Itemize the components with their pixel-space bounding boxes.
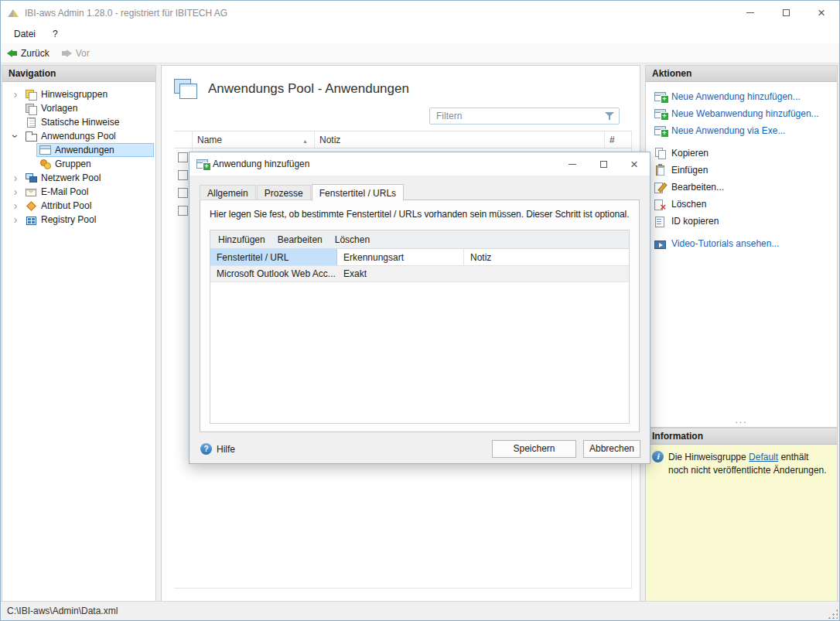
info-icon xyxy=(652,451,664,462)
menu-datei[interactable]: Datei xyxy=(5,26,44,42)
grid-column-fenstertitel[interactable]: Fenstertitel / URL xyxy=(210,249,337,265)
menu-help[interactable]: ? xyxy=(44,26,67,42)
filter-icon[interactable] xyxy=(600,112,619,121)
window-title: IBI-aws Admin 1.28.0 - registriert für I… xyxy=(25,8,227,19)
save-button[interactable]: Speichern xyxy=(492,440,576,458)
grid-toolbar: Hinzufügen Bearbeiten Löschen xyxy=(210,230,629,249)
grid-edit-button[interactable]: Bearbeiten xyxy=(271,232,329,247)
chevron-right-icon[interactable] xyxy=(9,199,22,213)
row-checkbox[interactable] xyxy=(178,170,188,180)
nav-toolbar: Zurück Vor xyxy=(1,43,839,63)
folder-icon xyxy=(25,130,37,142)
templates-icon xyxy=(25,102,37,114)
grid-add-button[interactable]: Hinzufügen xyxy=(212,232,271,247)
maximize-button[interactable] xyxy=(768,1,804,25)
action-kopieren[interactable]: Kopieren xyxy=(646,145,837,162)
chevron-right-icon[interactable] xyxy=(9,171,22,185)
action-einfuegen[interactable]: Einfügen xyxy=(646,162,837,179)
dialog-minimize-button[interactable] xyxy=(557,152,588,176)
information-text: Die Hinweisgruppe Default enthält noch n… xyxy=(668,451,827,477)
add-application-dialog: Anwendung hinzufügen Allgemein Prozesse … xyxy=(189,152,650,464)
maximize-icon xyxy=(600,161,607,168)
app-logo-icon xyxy=(8,9,19,18)
column-header-name[interactable]: Name xyxy=(193,131,315,148)
chevron-right-icon[interactable] xyxy=(9,213,22,227)
navigation-panel: Navigation Hinweisgruppen Vorlagen xyxy=(2,65,156,602)
network-icon xyxy=(25,172,37,184)
chevron-down-icon[interactable] xyxy=(9,129,22,143)
column-header-notiz[interactable]: Notiz xyxy=(315,131,605,148)
action-neue-anwendung[interactable]: Neue Anwendung hinzufügen... xyxy=(646,88,837,105)
action-neue-webanwendung[interactable]: Neue Webanwendung hinzufügen... xyxy=(646,105,837,122)
video-icon xyxy=(654,237,666,250)
chevron-right-icon[interactable] xyxy=(9,185,22,199)
column-header-checkbox[interactable] xyxy=(174,131,193,148)
status-file-path: C:\IBI-aws\Admin\Data.xml xyxy=(7,606,118,616)
grid-delete-button[interactable]: Löschen xyxy=(329,232,376,247)
information-header: Information xyxy=(646,428,837,445)
nav-item-hinweisgruppen[interactable]: Hinweisgruppen xyxy=(2,87,155,101)
close-button[interactable] xyxy=(804,1,839,25)
row-checkbox[interactable] xyxy=(178,206,188,216)
chevron-right-icon[interactable] xyxy=(9,87,22,101)
cancel-button[interactable]: Abbrechen xyxy=(583,440,640,458)
applications-icon xyxy=(39,144,51,156)
dialog-description: Hier legen Sie fest, ob bestimmte Fenste… xyxy=(200,200,639,220)
action-neue-anwendung-via-exe[interactable]: Neue Anwendung via Exe... xyxy=(646,122,837,139)
delete-icon xyxy=(654,198,666,210)
actions-overflow-indicator: ... xyxy=(646,415,837,426)
add-application-icon xyxy=(654,90,666,103)
information-body: Die Hinweisgruppe Default enthält noch n… xyxy=(646,445,837,601)
menu-bar: Datei ? xyxy=(1,25,839,43)
forward-button[interactable]: Vor xyxy=(62,48,90,59)
default-group-link[interactable]: Default xyxy=(749,452,778,462)
back-button[interactable]: Zurück xyxy=(7,48,50,59)
selected-tree-item: Anwendungen xyxy=(36,143,154,157)
action-bearbeiten[interactable]: Bearbeiten... xyxy=(646,179,837,196)
window-controls xyxy=(732,1,839,25)
action-id-kopieren[interactable]: ID kopieren xyxy=(646,213,837,230)
close-icon xyxy=(630,158,638,171)
page-title: Anwendungs Pool - Anwendungen xyxy=(208,81,409,97)
main-header: Anwendungs Pool - Anwendungen xyxy=(162,66,640,103)
edit-icon xyxy=(654,181,666,193)
dialog-close-button[interactable] xyxy=(619,152,650,176)
filter-input[interactable] xyxy=(430,111,600,121)
tab-fenstertitel-urls[interactable]: Fenstertitel / URLs xyxy=(312,184,404,201)
nav-item-email-pool[interactable]: E-Mail Pool xyxy=(2,185,155,199)
row-checkbox[interactable] xyxy=(178,152,188,162)
nav-item-netzwerk-pool[interactable]: Netzwerk Pool xyxy=(2,171,155,185)
action-loeschen[interactable]: Löschen xyxy=(646,196,837,213)
tab-allgemein[interactable]: Allgemein xyxy=(200,185,256,200)
forward-icon xyxy=(62,49,72,57)
grid-column-notiz[interactable]: Notiz xyxy=(464,249,629,265)
help-link[interactable]: Hilfe xyxy=(200,443,235,455)
nav-item-registry-pool[interactable]: Registry Pool xyxy=(2,213,155,227)
nav-item-anwendungen[interactable]: Anwendungen xyxy=(2,143,155,157)
hint-groups-icon xyxy=(25,88,37,101)
minimize-button[interactable] xyxy=(732,1,768,25)
nav-item-vorlagen[interactable]: Vorlagen xyxy=(2,101,155,115)
app-window: IBI-aws Admin 1.28.0 - registriert für I… xyxy=(0,0,840,621)
status-bar: C:\IBI-aws\Admin\Data.xml xyxy=(1,601,839,620)
column-header-number[interactable]: # xyxy=(605,131,632,148)
title-bar[interactable]: IBI-aws Admin 1.28.0 - registriert für I… xyxy=(1,1,839,25)
grid-row[interactable]: Microsoft Outlook Web Acc... Exakt xyxy=(210,266,629,282)
actions-list: Neue Anwendung hinzufügen... Neue Webanw… xyxy=(646,82,837,252)
dialog-title-bar[interactable]: Anwendung hinzufügen xyxy=(190,152,650,176)
nav-item-statische-hinweise[interactable]: Statische Hinweise xyxy=(2,115,155,129)
nav-item-attribut-pool[interactable]: Attribut Pool xyxy=(2,199,155,213)
action-video-tutorials[interactable]: Video-Tutorials ansehen... xyxy=(646,235,837,252)
nav-item-gruppen[interactable]: Gruppen xyxy=(2,157,155,171)
tab-prozesse[interactable]: Prozesse xyxy=(257,185,311,200)
grid-column-erkennungsart[interactable]: Erkennungsart xyxy=(337,249,464,265)
resize-grip-icon[interactable] xyxy=(827,608,838,619)
row-checkbox[interactable] xyxy=(178,188,188,198)
nav-item-anwendungs-pool[interactable]: Anwendungs Pool xyxy=(2,129,155,143)
filter-row xyxy=(162,103,640,131)
dialog-icon xyxy=(196,158,208,170)
dialog-maximize-button[interactable] xyxy=(588,152,619,176)
grid-header: Fenstertitel / URL Erkennungsart Notiz xyxy=(210,249,629,266)
information-panel: Information Die Hinweisgruppe Default en… xyxy=(645,428,838,602)
filter-box xyxy=(429,107,620,125)
